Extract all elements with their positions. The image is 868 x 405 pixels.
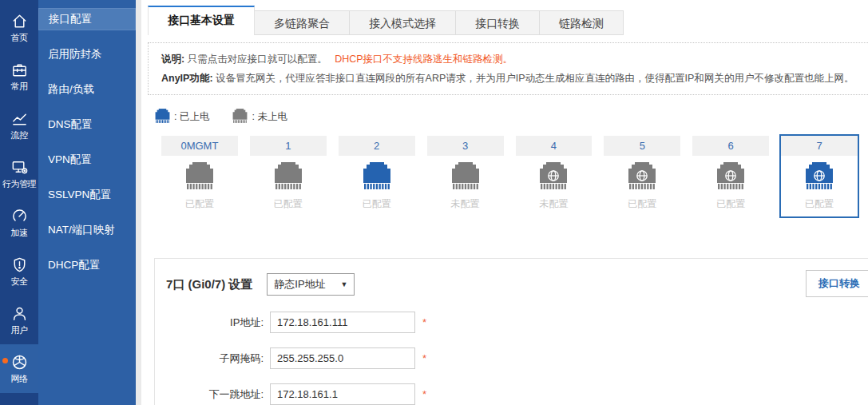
chevron-down-icon: ▼ [340,280,347,288]
port-status: 已配置 [716,197,745,211]
required-asterisk: * [422,352,426,364]
rj45-wan-port-icon [715,156,747,193]
field-input-1[interactable] [270,347,415,369]
anyip-label: AnyIP功能: [161,73,213,84]
panel-header: 7口 (Gi0/7) 设置 静态IP地址 ▼ 接口转换 [166,272,868,297]
menu-item-NAT/端口映射[interactable]: NAT/端口映射 [38,219,136,241]
home-icon [10,12,29,33]
rj45-port-icon [361,156,393,193]
port-2[interactable]: 2 已配置 [337,134,417,218]
rj45-port-icon [272,156,304,193]
required-asterisk: * [422,316,426,328]
tab-接口转换[interactable]: 接口转换 [456,10,540,35]
notice-line-1: 说明: 只需点击对应接口就可以配置。 DHCP接口不支持线路逃生和链路检测。 [161,50,858,69]
notice-box: 说明: 只需点击对应接口就可以配置。 DHCP接口不支持线路逃生和链路检测。 A… [148,42,868,95]
port-label: 6 [692,136,769,156]
required-asterisk: * [422,388,426,400]
field-label: IP地址: [166,316,264,330]
menu-item-VPN配置[interactable]: VPN配置 [38,149,136,171]
menu-item-接口配置[interactable]: 接口配置 [38,8,136,30]
menu-item-路由/负载[interactable]: 路由/负载 [38,78,136,101]
port-label: 5 [604,136,680,156]
rj45-port-icon [184,156,216,193]
sidebar-item-行为管理[interactable]: 行为管理 [0,149,38,198]
tab-链路检测[interactable]: 链路检测 [540,10,624,35]
field-input-2[interactable] [270,383,415,405]
rj45-wan-port-icon [537,156,569,193]
port-powered-icon [154,109,174,125]
legend-powered-label: : 已上电 [174,110,209,124]
sidebar-gutter [136,0,141,405]
notice-warning-text: DHCP接口不支持线路逃生和链路检测。 [335,54,513,65]
port-label: 1 [250,136,327,156]
port-status: 已配置 [274,197,303,211]
menu-item-DHCP配置[interactable]: DHCP配置 [38,254,136,276]
interface-convert-button[interactable]: 接口转换 [806,270,868,297]
port-5[interactable]: 5 已配置 [602,134,682,218]
sidebar-item-label: 行为管理 [2,179,36,189]
primary-sidebar: 首页常用流控行为管理加速安全用户网络 [0,0,38,405]
menu-item-启用防封杀[interactable]: 启用防封杀 [38,43,136,66]
port-unpowered-icon [232,109,252,125]
chart-icon [10,109,29,130]
field-input-0[interactable] [270,312,415,333]
sidebar-item-用户[interactable]: 用户 [0,296,38,344]
legend-unpowered: : 未上电 [232,109,287,125]
port-grid: 0MGMT 已配置1 已配置2 已配置3 未配置4 未配置5 已配置6 已配置7 [160,134,868,218]
tab-多链路聚合[interactable]: 多链路聚合 [255,10,350,35]
sidebar-item-label: 网络 [11,374,28,384]
notice-line-2: AnyIP功能: 设备冒充网关，代理应答非接口直连网段的所有ARP请求，并为用户… [161,69,858,88]
sidebar-item-label: 首页 [11,33,28,43]
content-area: 接口基本设置多链路聚合接入模式选择接口转换链路检测 说明: 只需点击对应接口就可… [141,0,868,405]
port-0MGMT[interactable]: 0MGMT 已配置 [160,134,240,218]
settings-form: IP地址:*子网掩码:*下一跳地址:* [166,312,868,405]
anyip-text: 设备冒充网关，代理应答非接口直连网段的所有ARP请求，并为用户IP动态生成相应直… [216,73,854,84]
sidebar-item-网络[interactable]: 网络 [0,344,38,393]
globe-icon [10,353,29,374]
port-4[interactable]: 4 未配置 [514,134,594,218]
rj45-port-icon [450,156,482,193]
menu-item-SSLVPN配置[interactable]: SSLVPN配置 [38,184,136,206]
port-6[interactable]: 6 已配置 [691,134,771,218]
port-status: 已配置 [628,197,656,211]
sidebar-item-label: 流控 [11,130,28,141]
sidebar-item-常用[interactable]: 常用 [0,52,38,101]
sidebar-item-流控[interactable]: 流控 [0,101,38,149]
panel-title: 7口 (Gi0/7) 设置 [166,277,252,292]
monitor-gear-icon [10,158,29,179]
secondary-menu: 接口配置启用防封杀路由/负载DNS配置VPN配置SSLVPN配置NAT/端口映射… [38,0,136,405]
port-3[interactable]: 3 未配置 [426,134,505,218]
notice-label: 说明: [161,54,184,65]
mode-select[interactable]: 静态IP地址 ▼ [267,273,355,296]
port-status: 已配置 [185,197,214,211]
port-7[interactable]: 7 已配置 [779,134,859,218]
port-settings-panel: 7口 (Gi0/7) 设置 静态IP地址 ▼ 接口转换 IP地址:*子网掩码:*… [154,258,868,405]
rj45-wan-port-icon [626,156,658,193]
sidebar-item-加速[interactable]: 加速 [0,198,38,247]
sidebar-item-label: 用户 [11,325,28,336]
field-label: 子网掩码: [166,351,264,366]
legend-unpowered-label: : 未上电 [252,110,287,124]
mode-select-value: 静态IP地址 [274,277,325,292]
sidebar-item-label: 常用 [11,81,28,92]
legend-powered: : 已上电 [154,109,209,125]
port-1[interactable]: 1 已配置 [248,134,328,218]
sidebar-item-首页[interactable]: 首页 [0,3,38,52]
tab-接入模式选择[interactable]: 接入模式选择 [350,10,456,35]
port-label: 0MGMT [161,136,238,156]
port-status: 未配置 [539,197,568,211]
sidebar-item-label: 安全 [11,276,28,287]
gauge-icon [10,207,29,228]
port-label: 3 [427,136,504,156]
port-label: 2 [339,136,415,156]
port-label: 7 [781,136,858,156]
power-legend: : 已上电 : 未上电 [148,107,868,126]
menu-item-DNS配置[interactable]: DNS配置 [38,113,136,136]
form-row: IP地址:* [166,312,868,333]
person-icon [10,304,29,325]
sidebar-item-label: 加速 [11,228,28,238]
port-status: 已配置 [363,197,391,211]
port-status: 已配置 [805,197,834,211]
sidebar-item-安全[interactable]: 安全 [0,247,38,296]
tab-接口基本设置[interactable]: 接口基本设置 [148,6,255,35]
